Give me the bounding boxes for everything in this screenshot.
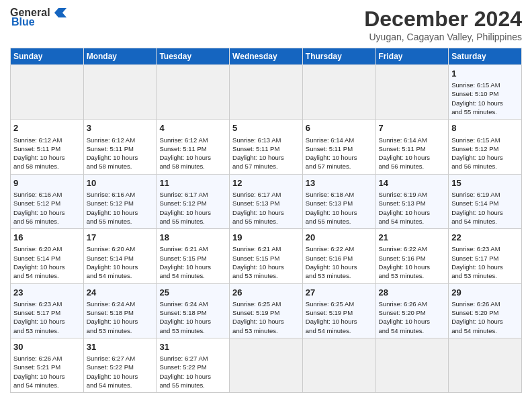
calendar-week-row: 9Sunrise: 6:16 AMSunset: 5:12 PMDaylight… (11, 174, 522, 228)
day-number: 10 (87, 177, 154, 189)
calendar-cell: 16Sunrise: 6:20 AMSunset: 5:14 PMDayligh… (11, 229, 84, 283)
calendar-cell: 21Sunrise: 6:22 AMSunset: 5:16 PMDayligh… (375, 229, 449, 283)
day-number: 7 (379, 122, 446, 134)
calendar-cell: 13Sunrise: 6:18 AMSunset: 5:13 PMDayligh… (302, 174, 375, 228)
day-number: 27 (306, 287, 373, 299)
col-tuesday: Tuesday (157, 48, 230, 65)
calendar-cell: 31Sunrise: 6:27 AMSunset: 5:22 PMDayligh… (157, 338, 230, 392)
day-number: 25 (159, 287, 226, 299)
calendar-cell: 27Sunrise: 6:25 AMSunset: 5:19 PMDayligh… (302, 283, 375, 338)
day-number: 1 (451, 68, 519, 80)
day-number: 12 (232, 177, 300, 189)
day-number: 5 (232, 122, 300, 134)
calendar-cell (375, 65, 449, 120)
day-number: 31 (159, 341, 226, 353)
col-thursday: Thursday (302, 48, 375, 65)
day-number: 20 (306, 232, 373, 244)
calendar-cell: 29Sunrise: 6:26 AMSunset: 5:20 PMDayligh… (449, 283, 522, 338)
calendar-cell: 5Sunrise: 6:13 AMSunset: 5:11 PMDaylight… (230, 120, 303, 174)
header: General Blue December 2024 Uyugan, Cagay… (10, 7, 522, 42)
logo-icon (52, 7, 66, 19)
calendar-cell: 1Sunrise: 6:15 AMSunset: 5:10 PMDaylight… (449, 65, 522, 120)
calendar-cell (449, 338, 522, 392)
calendar-cell (11, 65, 84, 120)
day-number: 2 (13, 122, 81, 134)
page-container: General Blue December 2024 Uyugan, Cagay… (0, 0, 532, 396)
title-block: December 2024 Uyugan, Cagayan Valley, Ph… (364, 7, 522, 42)
calendar-cell: 20Sunrise: 6:22 AMSunset: 5:16 PMDayligh… (302, 229, 375, 283)
col-friday: Friday (375, 48, 449, 65)
subtitle: Uyugan, Cagayan Valley, Philippines (364, 32, 522, 42)
calendar-cell (302, 338, 375, 392)
calendar-cell: 22Sunrise: 6:23 AMSunset: 5:17 PMDayligh… (449, 229, 522, 283)
calendar-cell: 12Sunrise: 6:17 AMSunset: 5:13 PMDayligh… (230, 174, 303, 228)
calendar-cell (302, 65, 375, 120)
calendar-cell: 7Sunrise: 6:14 AMSunset: 5:11 PMDaylight… (375, 120, 449, 174)
calendar-cell: 30Sunrise: 6:26 AMSunset: 5:21 PMDayligh… (11, 338, 84, 392)
calendar-cell: 6Sunrise: 6:14 AMSunset: 5:11 PMDaylight… (302, 120, 375, 174)
day-number: 28 (379, 287, 446, 299)
calendar-cell: 10Sunrise: 6:16 AMSunset: 5:12 PMDayligh… (83, 174, 157, 228)
calendar-cell: 26Sunrise: 6:25 AMSunset: 5:19 PMDayligh… (230, 283, 303, 338)
day-number: 15 (451, 177, 519, 189)
logo: General Blue (10, 7, 66, 28)
col-sunday: Sunday (11, 48, 84, 65)
main-title: December 2024 (364, 7, 522, 32)
calendar-cell (83, 65, 157, 120)
calendar-cell: 11Sunrise: 6:17 AMSunset: 5:12 PMDayligh… (157, 174, 230, 228)
calendar-cell: 31Sunrise: 6:27 AMSunset: 5:22 PMDayligh… (83, 338, 157, 392)
col-wednesday: Wednesday (230, 48, 303, 65)
calendar-cell (230, 338, 303, 392)
day-number: 14 (379, 177, 446, 189)
day-number: 31 (87, 341, 154, 353)
day-number: 6 (306, 122, 373, 134)
day-number: 16 (13, 232, 81, 244)
calendar-week-row: 30Sunrise: 6:26 AMSunset: 5:21 PMDayligh… (11, 338, 522, 392)
day-number: 9 (13, 177, 81, 189)
calendar-cell: 24Sunrise: 6:24 AMSunset: 5:18 PMDayligh… (83, 283, 157, 338)
day-number: 11 (159, 177, 226, 189)
day-number: 23 (13, 287, 81, 299)
day-number: 17 (87, 232, 154, 244)
calendar-week-row: 1Sunrise: 6:15 AMSunset: 5:10 PMDaylight… (11, 65, 522, 120)
calendar-week-row: 23Sunrise: 6:23 AMSunset: 5:17 PMDayligh… (11, 283, 522, 338)
header-row: Sunday Monday Tuesday Wednesday Thursday… (11, 48, 522, 65)
calendar-cell: 4Sunrise: 6:12 AMSunset: 5:11 PMDaylight… (157, 120, 230, 174)
day-number: 22 (451, 232, 519, 244)
calendar-week-row: 16Sunrise: 6:20 AMSunset: 5:14 PMDayligh… (11, 229, 522, 283)
day-number: 4 (159, 122, 226, 134)
calendar-cell (375, 338, 449, 392)
col-saturday: Saturday (449, 48, 522, 65)
calendar-cell: 28Sunrise: 6:26 AMSunset: 5:20 PMDayligh… (375, 283, 449, 338)
day-number: 30 (13, 341, 81, 353)
calendar-cell: 18Sunrise: 6:21 AMSunset: 5:15 PMDayligh… (157, 229, 230, 283)
calendar-week-row: 2Sunrise: 6:12 AMSunset: 5:11 PMDaylight… (11, 120, 522, 174)
svg-marker-0 (54, 8, 66, 17)
calendar-cell: 3Sunrise: 6:12 AMSunset: 5:11 PMDaylight… (83, 120, 157, 174)
calendar-cell: 15Sunrise: 6:19 AMSunset: 5:14 PMDayligh… (449, 174, 522, 228)
calendar-cell (157, 65, 230, 120)
day-number: 8 (451, 122, 519, 134)
day-number: 18 (159, 232, 226, 244)
logo-blue: Blue (11, 16, 35, 28)
calendar-cell: 2Sunrise: 6:12 AMSunset: 5:11 PMDaylight… (11, 120, 84, 174)
calendar-cell: 14Sunrise: 6:19 AMSunset: 5:13 PMDayligh… (375, 174, 449, 228)
day-number: 21 (379, 232, 446, 244)
calendar-table: Sunday Monday Tuesday Wednesday Thursday… (10, 48, 522, 393)
day-number: 26 (232, 287, 300, 299)
day-number: 19 (232, 232, 300, 244)
day-number: 3 (87, 122, 154, 134)
calendar-cell: 8Sunrise: 6:15 AMSunset: 5:12 PMDaylight… (449, 120, 522, 174)
calendar-cell: 23Sunrise: 6:23 AMSunset: 5:17 PMDayligh… (11, 283, 84, 338)
calendar-cell: 9Sunrise: 6:16 AMSunset: 5:12 PMDaylight… (11, 174, 84, 228)
day-number: 13 (306, 177, 373, 189)
col-monday: Monday (83, 48, 157, 65)
calendar-cell (230, 65, 303, 120)
day-number: 24 (87, 287, 154, 299)
calendar-cell: 25Sunrise: 6:24 AMSunset: 5:18 PMDayligh… (157, 283, 230, 338)
calendar-cell: 19Sunrise: 6:21 AMSunset: 5:15 PMDayligh… (230, 229, 303, 283)
calendar-cell: 17Sunrise: 6:20 AMSunset: 5:14 PMDayligh… (83, 229, 157, 283)
day-number: 29 (451, 287, 519, 299)
